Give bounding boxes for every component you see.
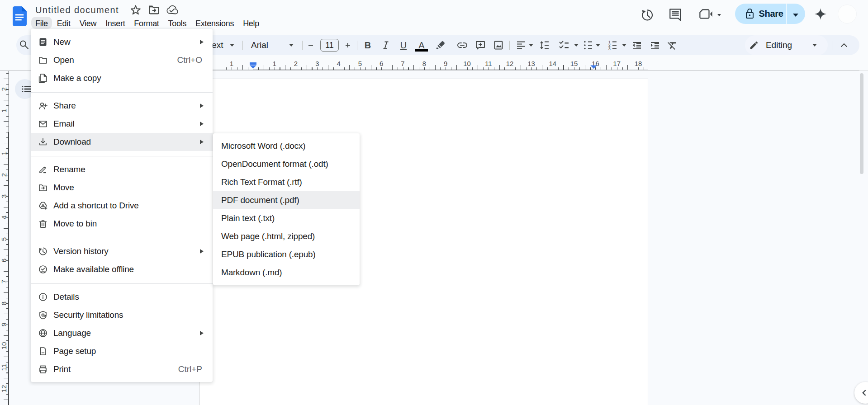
svg-text:3: 3 — [608, 47, 611, 51]
